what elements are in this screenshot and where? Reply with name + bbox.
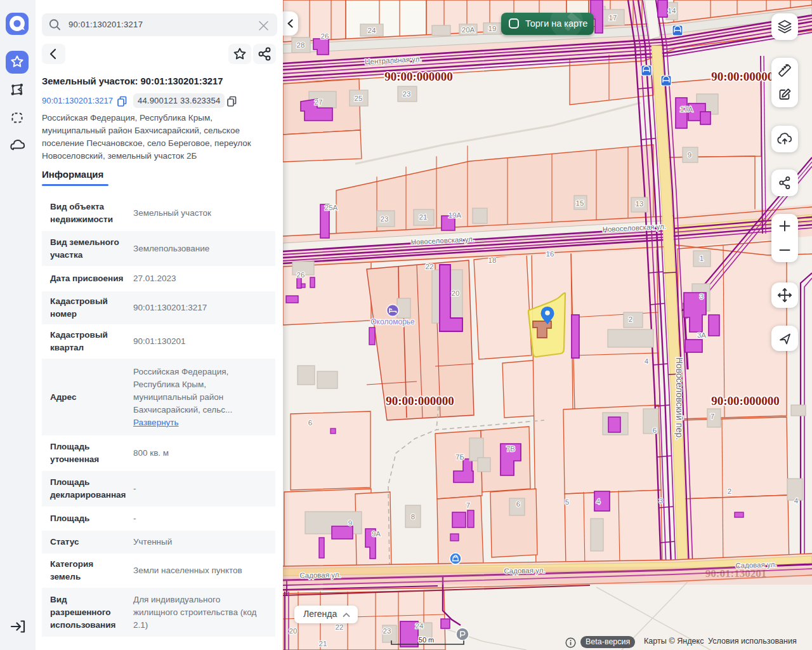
svg-text:19А: 19А	[449, 211, 462, 219]
svg-text:6: 6	[516, 500, 520, 508]
svg-text:Новоселовский пер.: Новоселовский пер.	[674, 357, 684, 440]
svg-text:26: 26	[297, 271, 305, 279]
svg-text:9: 9	[348, 519, 352, 527]
svg-text:22: 22	[426, 263, 434, 270]
svg-text:90:00:000000: 90:00:000000	[711, 394, 780, 408]
svg-text:24: 24	[368, 27, 376, 34]
svg-text:3: 3	[659, 497, 663, 505]
svg-text:17: 17	[609, 14, 617, 22]
svg-text:16: 16	[546, 250, 554, 258]
svg-text:Садовая ул.: Садовая ул.	[504, 566, 545, 574]
svg-text:18: 18	[488, 256, 497, 264]
svg-text:23: 23	[383, 627, 391, 635]
svg-text:7: 7	[710, 413, 714, 420]
svg-text:13: 13	[636, 200, 644, 208]
svg-text:4: 4	[596, 498, 601, 505]
svg-text:Околоморье: Околоморье	[370, 317, 415, 326]
svg-text:3: 3	[700, 293, 704, 300]
svg-text:50 m: 50 m	[419, 636, 434, 644]
svg-text:25: 25	[355, 95, 363, 102]
svg-text:2: 2	[629, 315, 632, 323]
svg-text:20А: 20А	[462, 26, 475, 34]
svg-text:15: 15	[576, 199, 584, 207]
svg-text:25А: 25А	[325, 204, 338, 211]
svg-text:22: 22	[336, 623, 344, 631]
svg-text:6: 6	[308, 419, 312, 427]
svg-text:9А: 9А	[372, 530, 381, 538]
svg-text:6: 6	[653, 427, 657, 434]
svg-text:21: 21	[419, 213, 428, 221]
svg-text:9: 9	[688, 151, 691, 159]
svg-text:21: 21	[319, 640, 327, 647]
svg-text:2: 2	[728, 488, 731, 495]
svg-text:7Б: 7Б	[455, 453, 464, 461]
svg-text:27: 27	[315, 98, 323, 106]
svg-text:90:00:000000: 90:00:000000	[711, 70, 780, 83]
svg-text:19: 19	[488, 25, 497, 32]
svg-text:4: 4	[794, 497, 799, 505]
svg-text:20: 20	[452, 289, 460, 297]
svg-text:24: 24	[416, 622, 424, 630]
svg-text:4: 4	[645, 357, 649, 365]
svg-text:14: 14	[668, 7, 676, 15]
svg-text:20: 20	[289, 627, 298, 635]
svg-text:7В: 7В	[506, 445, 515, 453]
svg-text:1: 1	[700, 255, 704, 262]
svg-text:26: 26	[321, 32, 329, 40]
svg-text:28: 28	[297, 41, 305, 49]
svg-text:17А: 17А	[680, 105, 693, 113]
svg-text:5: 5	[565, 498, 569, 506]
svg-text:Садовая ул.: Садовая ул.	[299, 571, 341, 579]
svg-text:90:00:000000: 90:00:000000	[386, 394, 454, 408]
svg-text:23: 23	[381, 215, 389, 223]
svg-text:3А: 3А	[697, 331, 706, 339]
svg-text:90:00:000000: 90:00:000000	[384, 70, 453, 83]
svg-text:8: 8	[411, 513, 415, 521]
svg-text:23: 23	[403, 90, 411, 98]
svg-text:Садовая ул.: Садовая ул.	[735, 560, 777, 569]
svg-text:7: 7	[466, 501, 470, 509]
